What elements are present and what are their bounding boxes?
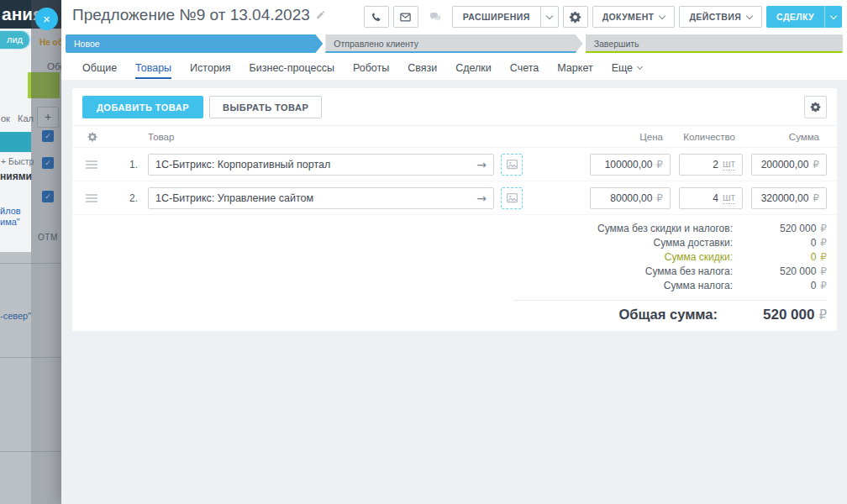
panel-header: Предложение №9 от 13.04.2023 xyxy=(61,0,847,34)
product-row: 2. 1С-Битрикс: Управление сайтом → 80000… xyxy=(72,181,837,215)
currency-sign: ₽ xyxy=(820,251,827,263)
extensions-split-button[interactable]: РАСШИРЕНИЯ xyxy=(452,6,559,28)
totals-block: Сумма без скидки и налогов: 520 000₽ Сум… xyxy=(514,222,827,323)
column-header-quantity: Количество xyxy=(679,132,743,142)
create-deal-dropdown[interactable] xyxy=(824,6,842,28)
actions-dropdown-button[interactable]: ДЕЙСТВИЯ xyxy=(679,6,762,28)
tab-links[interactable]: Связи xyxy=(408,55,437,79)
settings-button[interactable] xyxy=(563,6,588,28)
product-name-input[interactable]: 1С-Битрикс: Корпоративный портал → xyxy=(148,154,494,176)
currency-sign: ₽ xyxy=(818,307,827,323)
mail-icon xyxy=(399,11,412,24)
document-label: ДОКУМЕНТ xyxy=(602,12,655,22)
tab-general[interactable]: Общие xyxy=(82,55,117,79)
extensions-dropdown[interactable] xyxy=(540,7,558,27)
create-deal-label: СДЕЛКУ xyxy=(766,12,824,22)
grand-total-value: 520 000 xyxy=(763,307,814,323)
tab-market[interactable]: Маркет xyxy=(557,55,592,79)
total-row: Сумма налога: 0₽ xyxy=(514,279,827,293)
currency-sign: ₽ xyxy=(813,159,819,171)
chat-button xyxy=(423,6,448,28)
chevron-down-icon xyxy=(746,12,753,18)
chevron-down-icon xyxy=(637,64,643,70)
document-dropdown-button[interactable]: ДОКУМЕНТ xyxy=(592,6,676,28)
grand-total-label: Общая сумма: xyxy=(514,307,718,323)
tab-products[interactable]: Товары xyxy=(135,55,171,79)
row-number: 2. xyxy=(116,192,139,204)
tab-more[interactable]: Еще xyxy=(612,55,642,79)
price-input[interactable]: 80000,00 ₽ xyxy=(590,187,671,209)
proposal-slider-panel: Предложение №9 от 13.04.2023 xyxy=(61,0,847,504)
total-value: 0 xyxy=(811,280,817,291)
actions-label: ДЕЙСТВИЯ xyxy=(689,12,741,22)
total-value: 0 xyxy=(811,237,817,249)
currency-sign: ₽ xyxy=(820,237,827,249)
total-value: 520 000 xyxy=(780,265,816,277)
total-row: Сумма без налога: 520 000₽ xyxy=(514,265,827,279)
sum-input[interactable]: 320000,00 ₽ xyxy=(751,187,827,209)
total-row-discount: Сумма скидки: 0₽ xyxy=(514,250,827,265)
total-row: Сумма доставки: 0₽ xyxy=(514,236,827,250)
product-image-placeholder[interactable] xyxy=(501,187,523,209)
quantity-value: 2 xyxy=(713,159,718,171)
currency-sign: ₽ xyxy=(656,159,663,171)
tab-deals[interactable]: Сделки xyxy=(455,55,492,79)
column-settings-gear-icon[interactable] xyxy=(87,132,108,142)
open-catalog-arrow-icon[interactable]: → xyxy=(476,192,487,205)
stage-finish[interactable]: Завершить xyxy=(586,34,843,53)
total-label: Сумма скидки: xyxy=(514,250,733,265)
gear-icon xyxy=(569,11,581,24)
edit-title-pencil-icon[interactable] xyxy=(316,10,326,20)
total-label: Сумма без скидки и налогов: xyxy=(514,222,733,236)
unit-selector[interactable]: шт xyxy=(723,192,735,204)
total-value: 520 000 xyxy=(780,223,816,234)
product-name-input[interactable]: 1С-Битрикс: Управление сайтом → xyxy=(148,187,494,209)
select-product-button[interactable]: ВЫБРАТЬ ТОВАР xyxy=(209,96,322,118)
column-header-price: Цена xyxy=(590,132,671,142)
open-catalog-arrow-icon[interactable]: → xyxy=(476,158,487,171)
table-header-row: Товар Цена Количество Сумма xyxy=(72,126,837,148)
create-deal-split-button[interactable]: СДЕЛКУ xyxy=(766,6,842,28)
product-image-placeholder[interactable] xyxy=(501,154,523,176)
background-page: ания лид Не об Общ ок Кал + + Быстр ниям… xyxy=(0,0,61,504)
header-actions: РАСШИРЕНИЯ ДОКУМЕНТ ДЕЙСТВИЯ СДЕЛКУ xyxy=(364,6,842,28)
close-button[interactable]: × xyxy=(35,8,58,30)
stage-bar: Новое Отправлено клиенту Завершить xyxy=(66,34,843,53)
tab-more-label: Еще xyxy=(612,62,633,74)
page-title: Предложение №9 от 13.04.2023 xyxy=(72,6,310,24)
price-input[interactable]: 100000,00 ₽ xyxy=(590,154,671,176)
call-button[interactable] xyxy=(364,6,389,28)
overlay-dim[interactable] xyxy=(31,0,61,504)
chat-bubbles-icon xyxy=(429,11,442,24)
bold-text-fragment: ниями xyxy=(0,171,32,182)
chevron-down-icon xyxy=(659,12,666,18)
column-header-product: Товар xyxy=(148,132,581,142)
tab-business-processes[interactable]: Бизнес-процессы xyxy=(250,55,334,79)
row-number: 1. xyxy=(116,159,139,171)
table-settings-button[interactable] xyxy=(804,96,827,118)
sum-input[interactable]: 200000,00 ₽ xyxy=(751,154,827,176)
overlay-dim[interactable] xyxy=(0,252,31,504)
quantity-input[interactable]: 4 шт xyxy=(679,187,743,209)
view-switcher-fragment: ок Кал xyxy=(1,113,34,123)
stage-new[interactable]: Новое xyxy=(66,34,323,53)
quick-action-fragment: + Быстр xyxy=(1,156,34,166)
tab-history[interactable]: История xyxy=(190,55,230,79)
background-link: йлов xyxy=(0,206,21,216)
product-name-value: 1С-Битрикс: Управление сайтом xyxy=(155,192,313,204)
image-icon xyxy=(506,192,518,204)
email-button[interactable] xyxy=(393,6,418,28)
quantity-input[interactable]: 2 шт xyxy=(679,154,743,176)
add-product-button[interactable]: ДОБАВИТЬ ТОВАР xyxy=(82,96,203,118)
panel-body: ДОБАВИТЬ ТОВАР ВЫБРАТЬ ТОВАР Товар Цена … xyxy=(61,80,847,504)
column-header-sum: Сумма xyxy=(751,132,827,142)
drag-handle-icon[interactable] xyxy=(86,160,97,169)
drag-handle-icon[interactable] xyxy=(86,194,97,202)
unit-selector[interactable]: шт xyxy=(723,158,735,171)
total-label: Сумма доставки: xyxy=(514,236,733,250)
stage-sent-to-client[interactable]: Отправлено клиенту xyxy=(325,34,582,53)
sum-value: 320000,00 xyxy=(761,192,809,204)
product-name-value: 1С-Битрикс: Корпоративный портал xyxy=(155,159,330,171)
tab-invoices[interactable]: Счета xyxy=(510,55,539,79)
tab-robots[interactable]: Роботы xyxy=(353,55,389,79)
